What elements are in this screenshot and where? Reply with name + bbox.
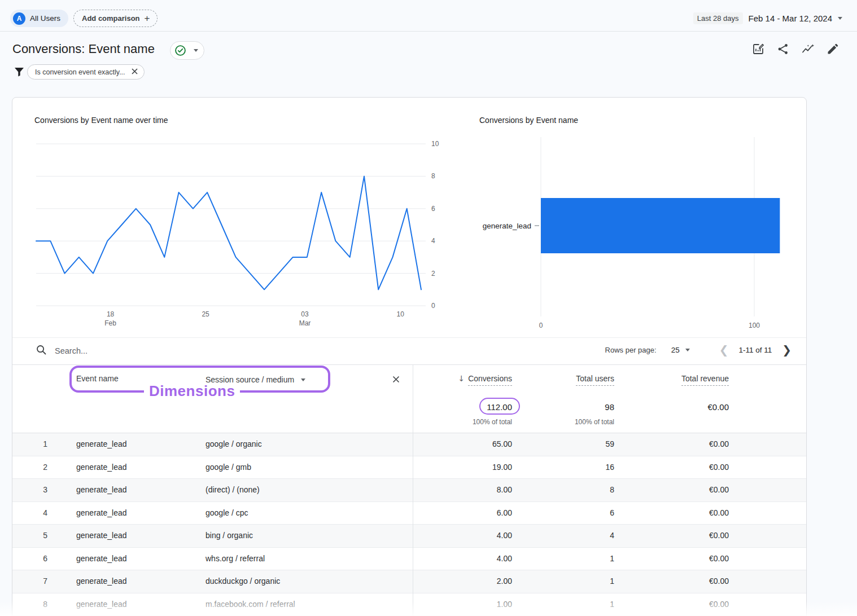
cell-session-source-medium: bing / organic — [205, 531, 253, 540]
chevron-right-icon[interactable]: ❯ — [780, 344, 794, 355]
column-header-total-users[interactable]: Total users — [576, 374, 614, 383]
row-index: 7 — [30, 577, 47, 586]
line-chart-title: Conversions by Event name over time — [34, 116, 168, 125]
svg-text:0: 0 — [431, 302, 435, 310]
secondary-dimension-label: Session source / medium — [205, 375, 294, 384]
filter-chip[interactable]: Is conversion event exactly... — [27, 64, 145, 80]
cell-session-source-medium: google / gmb — [205, 463, 251, 472]
cell-session-source-medium: duckduckgo / organic — [205, 577, 280, 586]
cell-event-name: generate_lead — [76, 485, 127, 494]
add-comparison-button[interactable]: Add comparison + — [73, 10, 158, 27]
conversions-over-time-chart[interactable]: 024681018Feb2503Mar10 — [34, 137, 454, 329]
cell-event-name: generate_lead — [76, 531, 127, 540]
total-users-note: 100% of total — [575, 418, 614, 426]
svg-text:18: 18 — [107, 310, 115, 318]
rows-per-page-select[interactable]: 25 — [671, 346, 680, 354]
svg-text:0: 0 — [539, 322, 543, 329]
cell-total-users: 8 — [610, 485, 614, 494]
cell-event-name: generate_lead — [76, 463, 127, 472]
cell-total-revenue: €0.00 — [709, 600, 729, 609]
pagination-label: 1-11 of 11 — [738, 346, 772, 354]
chevron-left-icon[interactable]: ❮ — [717, 344, 731, 355]
table-row[interactable]: 6generate_leadwhs.org / referral4.001€0.… — [12, 548, 806, 571]
chevron-down-icon[interactable] — [685, 349, 690, 351]
cell-total-users: 1 — [610, 554, 614, 563]
date-range-label: Feb 14 - Mar 12, 2024 — [749, 14, 832, 23]
check-circle-icon — [174, 45, 186, 56]
edit-icon[interactable] — [825, 42, 840, 56]
avatar: A — [13, 12, 25, 25]
chevron-down-icon — [838, 17, 842, 20]
cell-total-revenue: €0.00 — [709, 508, 729, 517]
cell-conversions: 19.00 — [492, 463, 512, 472]
cell-conversions: 65.00 — [492, 439, 512, 448]
svg-text:Mar: Mar — [299, 319, 311, 327]
cell-total-users: 16 — [605, 463, 614, 472]
column-header-total-revenue[interactable]: Total revenue — [681, 374, 729, 383]
total-users: 98 — [605, 402, 614, 412]
cell-event-name: generate_lead — [76, 554, 127, 563]
insights-icon[interactable] — [801, 42, 815, 56]
search-input[interactable]: Search... — [55, 346, 88, 355]
table-body: 1generate_leadgoogle / organic65.0059€0.… — [12, 433, 806, 616]
cell-total-revenue: €0.00 — [709, 439, 729, 448]
title-bar: Conversions: Event name — [0, 32, 857, 63]
svg-text:03: 03 — [301, 310, 309, 318]
column-header-session-source-medium[interactable]: Session source / medium — [205, 375, 305, 384]
close-icon[interactable] — [131, 67, 138, 77]
date-preset-badge: Last 28 days — [693, 12, 743, 24]
table-row[interactable]: 1generate_leadgoogle / organic65.0059€0.… — [12, 433, 806, 456]
cell-session-source-medium: (direct) / (none) — [205, 485, 260, 494]
report-card: Conversions by Event name over time 0246… — [12, 97, 807, 616]
cell-session-source-medium: google / organic — [205, 439, 262, 448]
divider — [12, 337, 806, 338]
row-index: 1 — [30, 439, 47, 448]
filter-chip-label: Is conversion event exactly... — [35, 68, 125, 76]
bar-chart-title: Conversions by Event name — [479, 116, 578, 125]
svg-text:10: 10 — [431, 140, 439, 148]
total-conversions-note: 100% of total — [473, 418, 512, 426]
cell-event-name: generate_lead — [76, 600, 127, 609]
total-conversions: 112.00 — [487, 402, 512, 412]
chevron-down-icon — [194, 49, 198, 52]
sort-desc-icon: ↓ — [458, 374, 465, 383]
cell-conversions: 8.00 — [497, 485, 512, 494]
page-title: Conversions: Event name — [12, 42, 155, 56]
svg-text:100: 100 — [749, 322, 760, 329]
share-icon[interactable] — [776, 42, 790, 56]
audience-chip-all-users[interactable]: A All Users — [10, 10, 68, 27]
add-comparison-label: Add comparison — [82, 14, 140, 23]
cell-total-users: 6 — [610, 508, 614, 517]
table-row[interactable]: 7generate_leadduckduckgo / organic2.001€… — [12, 570, 806, 593]
table-row[interactable]: 3generate_lead(direct) / (none)8.008€0.0… — [12, 479, 806, 502]
cell-total-users: 4 — [610, 531, 614, 540]
svg-text:4: 4 — [431, 237, 435, 245]
table-row[interactable]: 5generate_leadbing / organic4.004€0.00 — [12, 525, 806, 548]
column-header-event-name[interactable]: Event name — [76, 374, 119, 383]
divider — [413, 365, 413, 616]
cell-conversions: 1.00 — [497, 600, 512, 609]
table-row[interactable]: 8generate_leadm.facebook.com / referral1… — [12, 593, 806, 616]
column-header-conversions[interactable]: ↓Conversions — [458, 374, 512, 383]
conversion-status-dropdown[interactable] — [170, 41, 204, 60]
total-revenue: €0.00 — [707, 402, 729, 412]
table-row[interactable]: 2generate_leadgoogle / gmb19.0016€0.00 — [12, 456, 806, 479]
customize-report-icon[interactable] — [751, 42, 766, 56]
cell-total-revenue: €0.00 — [709, 554, 729, 563]
cell-event-name: generate_lead — [76, 439, 127, 448]
table-row[interactable]: 4generate_leadgoogle / cpc6.006€0.00 — [12, 502, 806, 525]
table-header: Event name Session source / medium ↓Conv… — [12, 365, 806, 433]
row-index: 5 — [30, 531, 47, 540]
cell-total-revenue: €0.00 — [709, 531, 729, 540]
row-index: 6 — [30, 554, 47, 563]
cell-event-name: generate_lead — [76, 577, 127, 586]
cell-conversions: 2.00 — [497, 577, 512, 586]
cell-total-users: 1 — [610, 577, 614, 586]
cell-total-revenue: €0.00 — [709, 485, 729, 494]
remove-secondary-dimension-button[interactable] — [388, 372, 403, 386]
rows-per-page-label: Rows per page: — [605, 346, 657, 354]
conversions-by-event-chart[interactable]: 0100generate_lead — [480, 130, 804, 333]
date-range-picker[interactable]: Last 28 days Feb 14 - Mar 12, 2024 — [693, 12, 842, 24]
filter-bar: Is conversion event exactly... — [0, 63, 857, 86]
table-pagination-bar: Rows per page: 25 ❮ 1-11 of 11 ❯ — [605, 344, 794, 355]
